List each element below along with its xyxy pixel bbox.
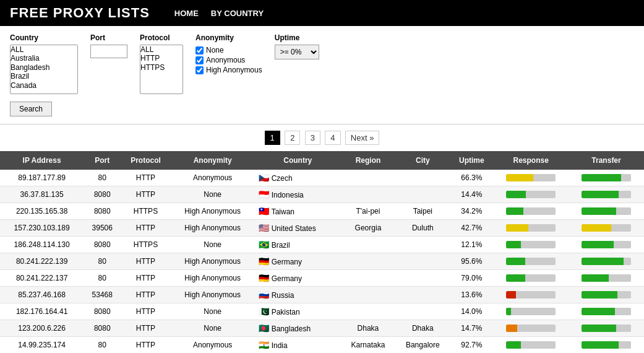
page-1[interactable]: 1 bbox=[265, 131, 280, 145]
anonymity-high-checkbox[interactable] bbox=[195, 66, 204, 74]
cell-city bbox=[395, 170, 450, 186]
anonymity-high-item: High Anonymous bbox=[195, 66, 262, 74]
col-transfer: Transfer bbox=[569, 151, 644, 170]
port-input[interactable] bbox=[90, 45, 127, 58]
table-row: 182.176.164.41 8080 HTTP None 🇵🇰Pakistan… bbox=[0, 303, 644, 320]
site-title: FREE PROXY LISTS bbox=[10, 5, 150, 21]
response-bar-fill bbox=[506, 241, 521, 248]
cell-city: Dhaka bbox=[395, 320, 450, 337]
cell-region bbox=[341, 303, 395, 320]
cell-anonymity: None bbox=[171, 186, 255, 203]
transfer-bar-fill bbox=[582, 341, 619, 349]
cell-region bbox=[341, 170, 395, 186]
cell-transfer bbox=[569, 186, 644, 203]
cell-transfer bbox=[569, 320, 644, 337]
col-response: Response bbox=[493, 151, 569, 170]
cell-port: 8080 bbox=[84, 186, 121, 203]
cell-country: 🇵🇰Pakistan bbox=[255, 303, 341, 320]
uptime-select[interactable]: >= 0% >= 10% >= 20% >= 30% >= 50% >= 80% bbox=[275, 45, 319, 59]
nav-by-country[interactable]: BY COUNTRY bbox=[211, 9, 264, 18]
cell-ip: 85.237.46.168 bbox=[0, 287, 84, 303]
country-flag: 🇷🇺 bbox=[259, 290, 269, 300]
cell-protocol: HTTP bbox=[121, 186, 170, 203]
anonymity-anonymous-checkbox[interactable] bbox=[195, 56, 204, 64]
cell-protocol: HTTP bbox=[121, 320, 170, 337]
search-button[interactable]: Search bbox=[10, 102, 52, 116]
transfer-bar bbox=[582, 191, 631, 198]
cell-country: 🇨🇿Czech bbox=[255, 170, 341, 186]
table-row: 14.99.235.174 80 HTTP Anonymous 🇮🇳India … bbox=[0, 337, 644, 354]
cell-city bbox=[395, 287, 450, 303]
cell-ip: 123.200.6.226 bbox=[0, 320, 84, 337]
anonymity-filter: Anonymity None Anonymous High Anonymous bbox=[195, 33, 262, 74]
cell-region bbox=[341, 186, 395, 203]
cell-anonymity: High Anonymous bbox=[171, 253, 255, 270]
cell-anonymity: High Anonymous bbox=[171, 203, 255, 220]
page-2[interactable]: 2 bbox=[285, 131, 300, 145]
cell-transfer bbox=[569, 253, 644, 270]
cell-protocol: HTTP bbox=[121, 270, 170, 287]
country-flag: 🇧🇷 bbox=[259, 240, 269, 250]
cell-uptime: 12.1% bbox=[450, 237, 493, 253]
cell-port: 80 bbox=[84, 170, 121, 186]
cell-region: T'ai-pei bbox=[341, 203, 395, 220]
cell-anonymity: None bbox=[171, 237, 255, 253]
cell-ip: 80.241.222.139 bbox=[0, 253, 84, 270]
cell-country: 🇧🇩Bangladesh bbox=[255, 320, 341, 337]
cell-response bbox=[493, 237, 569, 253]
cell-uptime: 14.4% bbox=[450, 186, 493, 203]
table-header-row: IP Address Port Protocol Anonymity Count… bbox=[0, 151, 644, 170]
country-select[interactable]: ALL Australia Bangladesh Brazil Canada bbox=[10, 45, 78, 94]
table-row: 220.135.165.38 8080 HTTPS High Anonymous… bbox=[0, 203, 644, 220]
cell-response bbox=[493, 203, 569, 220]
transfer-bar-fill bbox=[582, 224, 611, 232]
cell-port: 8080 bbox=[84, 203, 121, 220]
table-row: 186.248.114.130 8080 HTTPS None 🇧🇷Brazil… bbox=[0, 237, 644, 253]
transfer-bar bbox=[582, 341, 631, 349]
anonymity-none-checkbox[interactable] bbox=[195, 46, 204, 54]
cell-response bbox=[493, 170, 569, 186]
protocol-label: Protocol bbox=[140, 33, 183, 42]
response-bar-fill bbox=[506, 274, 525, 282]
transfer-bar bbox=[582, 274, 631, 282]
cell-uptime: 14.7% bbox=[450, 320, 493, 337]
cell-response bbox=[493, 253, 569, 270]
page-3[interactable]: 3 bbox=[305, 131, 320, 145]
transfer-bar-fill bbox=[582, 274, 609, 282]
cell-country: 🇹🇼Taiwan bbox=[255, 203, 341, 220]
anonymity-none-label: None bbox=[206, 46, 224, 54]
country-flag: 🇨🇿 bbox=[259, 173, 269, 183]
response-bar-fill bbox=[506, 174, 533, 181]
cell-uptime: 34.2% bbox=[450, 203, 493, 220]
cell-protocol: HTTP bbox=[121, 170, 170, 186]
protocol-select[interactable]: ALL HTTP HTTPS bbox=[140, 45, 183, 94]
transfer-bar bbox=[582, 325, 631, 332]
country-filter: Country ALL Australia Bangladesh Brazil … bbox=[10, 33, 78, 94]
cell-city: Taipei bbox=[395, 203, 450, 220]
col-protocol: Protocol bbox=[121, 151, 170, 170]
response-bar-fill bbox=[506, 224, 528, 232]
cell-port: 80 bbox=[84, 253, 121, 270]
cell-anonymity: High Anonymous bbox=[171, 270, 255, 287]
nav: HOME BY COUNTRY bbox=[174, 9, 264, 18]
cell-country: 🇮🇳India bbox=[255, 337, 341, 354]
cell-uptime: 66.3% bbox=[450, 170, 493, 186]
cell-transfer bbox=[569, 203, 644, 220]
cell-port: 39506 bbox=[84, 220, 121, 237]
port-label: Port bbox=[90, 33, 127, 42]
cell-response bbox=[493, 287, 569, 303]
cell-protocol: HTTP bbox=[121, 253, 170, 270]
cell-region bbox=[341, 270, 395, 287]
cell-region bbox=[341, 253, 395, 270]
page-next[interactable]: Next » bbox=[345, 131, 380, 145]
cell-port: 8080 bbox=[84, 303, 121, 320]
page-4[interactable]: 4 bbox=[325, 131, 340, 145]
cell-region: Dhaka bbox=[341, 320, 395, 337]
cell-country: 🇩🇪Germany bbox=[255, 270, 341, 287]
cell-anonymity: None bbox=[171, 303, 255, 320]
nav-home[interactable]: HOME bbox=[174, 9, 199, 18]
cell-protocol: HTTPS bbox=[121, 203, 170, 220]
response-bar bbox=[506, 341, 556, 349]
cell-region: Georgia bbox=[341, 220, 395, 237]
cell-country: 🇷🇺Russia bbox=[255, 287, 341, 303]
